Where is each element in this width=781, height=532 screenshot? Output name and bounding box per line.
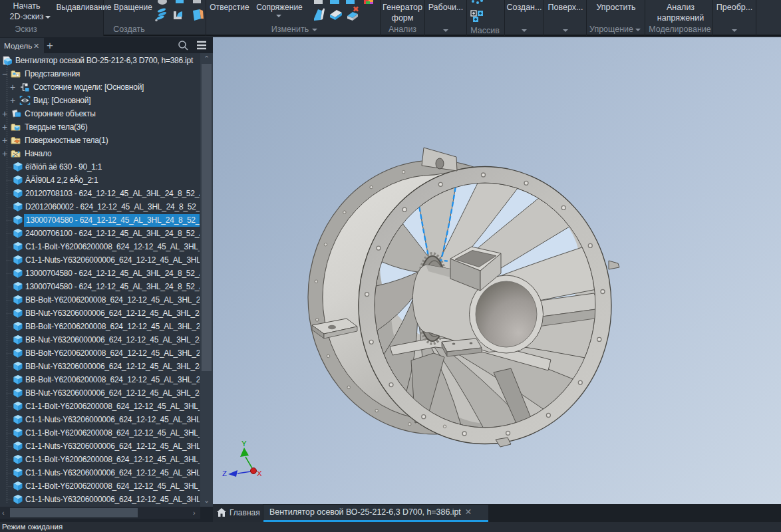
svg-text:Z: Z [222,469,227,477]
svg-text:Y: Y [241,440,247,448]
svg-text:X: X [257,469,262,477]
